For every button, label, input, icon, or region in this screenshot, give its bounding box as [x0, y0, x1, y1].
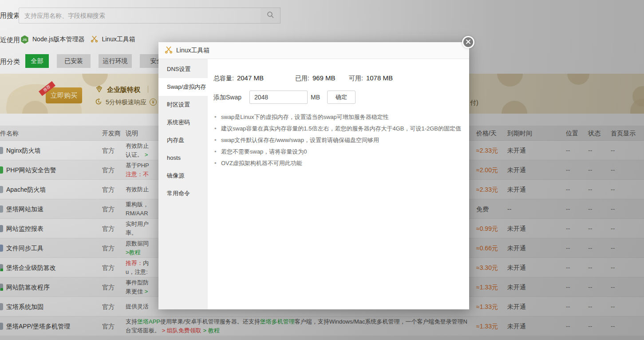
stat-value: 969 MB: [312, 74, 336, 82]
confirm-button[interactable]: 确定: [327, 91, 356, 104]
swap-note-item: OVZ虚拟架构机器不可用此功能: [213, 158, 461, 169]
swap-note-item: 若您不需要swap，请将容量设为0: [213, 146, 461, 158]
modal-header: Linux工具箱: [158, 42, 469, 59]
stat-label: 可用:: [349, 75, 363, 82]
memory-stats: 总容量:2047 MB已用:969 MB可用:1078 MB: [208, 74, 469, 83]
swap-size-input[interactable]: [249, 91, 308, 104]
add-swap-label: 添加Swap: [213, 91, 241, 104]
swap-note-item: swap是Linux下的虚拟内存，设置适当的swap可增加服务器稳定性: [213, 111, 461, 123]
modal-tab-hosts[interactable]: hosts: [158, 149, 208, 167]
memory-stat: 可用:1078 MB: [349, 74, 393, 83]
swap-settings-panel: 总容量:2047 MB已用:969 MB可用:1078 MB 添加Swap MB…: [208, 59, 469, 309]
stat-value: 2047 MB: [237, 74, 264, 82]
modal-tab-Swap/虚拟内存[interactable]: Swap/虚拟内存: [158, 78, 208, 96]
modal-tab-镜像源[interactable]: 镜像源: [158, 167, 208, 185]
close-icon: [466, 38, 471, 46]
stat-label: 总容量:: [213, 75, 234, 82]
memory-stat: 已用:969 MB: [295, 74, 336, 83]
modal-title: Linux工具箱: [176, 47, 209, 55]
stat-label: 已用:: [295, 75, 309, 82]
stat-value: 1078 MB: [366, 74, 393, 82]
swap-note-item: 建议swap容量在真实内存容量的1.5倍左右，若您的服务器内存大于4GB，可设1…: [213, 123, 461, 134]
modal-tab-常用命令[interactable]: 常用命令: [158, 185, 208, 202]
modal-sidebar: DNS设置Swap/虚拟内存时区设置系统密码内存盘hosts镜像源常用命令: [158, 59, 208, 309]
modal-tab-时区设置[interactable]: 时区设置: [158, 96, 208, 114]
linux-toolbox-modal: Linux工具箱 DNS设置Swap/虚拟内存时区设置系统密码内存盘hosts镜…: [158, 42, 469, 309]
swap-unit-label: MB: [311, 91, 320, 104]
swap-notes: swap是Linux下的虚拟内存，设置适当的swap可增加服务器稳定性建议swa…: [213, 111, 461, 169]
modal-tab-内存盘[interactable]: 内存盘: [158, 131, 208, 149]
screen: 用搜索 近使用 JSNode.js版本管理器Linux工具箱 用分类 全部已安装…: [0, 0, 644, 340]
memory-stat: 总容量:2047 MB: [213, 74, 264, 83]
modal-tab-DNS设置[interactable]: DNS设置: [158, 60, 208, 78]
close-button[interactable]: [462, 36, 474, 48]
swap-note-item: swap文件默认保存在/www/swap，设置前请确保磁盘空间够用: [213, 134, 461, 146]
toolbox-icon: [165, 46, 173, 55]
modal-tab-系统密码[interactable]: 系统密码: [158, 114, 208, 131]
